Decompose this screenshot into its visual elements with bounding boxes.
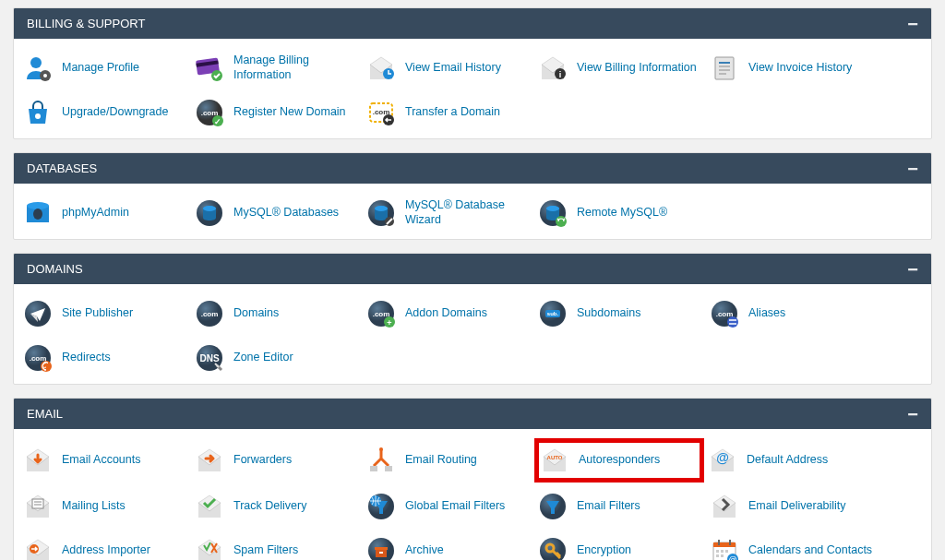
app-item-label: Email Deliverability <box>748 499 846 514</box>
svg-text:AUTO: AUTO <box>547 455 563 460</box>
app-item-label: Upgrade/Downgrade <box>62 105 168 120</box>
svg-text:@: @ <box>728 555 736 560</box>
app-item-label: Global Email Filters <box>405 499 505 514</box>
svg-point-84 <box>546 544 554 552</box>
app-item-label: Domains <box>233 306 279 321</box>
app-item-label: View Billing Information <box>577 61 697 76</box>
panel-header[interactable]: DOMAINS− <box>14 254 931 284</box>
svg-text:+: + <box>387 318 391 328</box>
app-item-label: Email Filters <box>577 499 640 514</box>
app-item-view-email-history[interactable]: View Email History <box>363 48 534 89</box>
app-item-label: Email Accounts <box>62 453 140 468</box>
panel-body: Email AccountsForwardersEmail RoutingAUT… <box>14 429 931 560</box>
collapse-icon[interactable]: − <box>907 264 918 275</box>
panel-header[interactable]: EMAIL− <box>14 399 931 429</box>
app-item-zone-editor[interactable]: DNSZone Editor <box>191 338 363 378</box>
app-item-label: Manage Profile <box>62 61 139 76</box>
app-item-label: Default Address <box>747 453 828 468</box>
email-clock-icon <box>366 54 396 83</box>
envelope-import-icon <box>23 536 53 560</box>
app-item-view-billing-information[interactable]: iView Billing Information <box>534 48 706 89</box>
bag-icon <box>23 98 53 127</box>
app-item-label: Track Delivery <box>233 499 306 514</box>
svg-text:✓: ✓ <box>214 117 221 126</box>
app-item-label: Encryption <box>577 543 631 558</box>
svg-text:.com: .com <box>201 310 219 318</box>
svg-text:@: @ <box>716 450 729 465</box>
app-item-label: Addon Domains <box>405 306 487 321</box>
app-item-email-routing[interactable]: Email Routing <box>363 438 534 483</box>
app-item-label: Redirects <box>62 351 111 365</box>
app-item-spam-filters[interactable]: Spam Filters <box>191 530 363 560</box>
db-flat-icon <box>23 198 53 228</box>
svg-point-0 <box>30 57 42 68</box>
db-remote-icon <box>538 198 568 228</box>
db-wizard-icon <box>366 198 396 228</box>
app-item-aliases[interactable]: .comAliases <box>706 293 878 334</box>
archive-sphere-icon <box>366 536 396 560</box>
app-item-redirects[interactable]: .comRedirects <box>19 338 191 378</box>
app-item-site-publisher[interactable]: Site Publisher <box>19 293 191 334</box>
app-item-calendars-and-contacts[interactable]: @Calendars and Contacts <box>706 530 878 560</box>
app-item-mysql-database-wizard[interactable]: MySQL® Database Wizard <box>363 193 534 233</box>
app-item-autoresponders[interactable]: AUTOAutoresponders <box>534 438 704 483</box>
app-item-track-delivery[interactable]: Track Delivery <box>191 486 363 527</box>
funnel-globe-icon <box>366 492 396 521</box>
app-item-forwarders[interactable]: Forwarders <box>191 438 363 483</box>
com-redirect-icon: .com <box>23 343 53 373</box>
app-item-view-invoice-history[interactable]: View Invoice History <box>706 48 878 89</box>
app-item-addon-domains[interactable]: .com+Addon Domains <box>363 293 534 334</box>
app-item-domains[interactable]: .comDomains <box>191 293 363 334</box>
app-item-mailing-lists[interactable]: Mailing Lists <box>19 486 191 527</box>
app-item-encryption[interactable]: Encryption <box>534 530 706 560</box>
panel-header[interactable]: DATABASES− <box>14 153 931 184</box>
app-item-subdomains[interactable]: sub.Subdomains <box>534 293 706 334</box>
svg-rect-11 <box>715 57 734 79</box>
panel-body: Manage ProfileManage Billing Information… <box>14 39 931 138</box>
svg-text:sub.: sub. <box>547 311 559 316</box>
app-item-label: Autoresponders <box>579 453 660 468</box>
app-item-label: Register New Domain <box>233 105 346 120</box>
app-item-upgrade-downgrade[interactable]: Upgrade/Downgrade <box>19 92 191 133</box>
app-item-phpmyadmin[interactable]: phpMyAdmin <box>19 193 191 233</box>
app-item-email-filters[interactable]: Email Filters <box>534 486 706 527</box>
app-item-mysql-databases[interactable]: MySQL® Databases <box>191 193 363 233</box>
svg-text:DNS: DNS <box>199 353 219 363</box>
routing-icon <box>366 446 396 475</box>
collapse-icon[interactable]: − <box>907 18 918 30</box>
key-sphere-icon <box>538 536 568 560</box>
collapse-icon[interactable]: − <box>907 409 918 420</box>
envelope-at-icon: @ <box>708 446 737 475</box>
app-item-label: MySQL® Database Wizard <box>405 198 531 227</box>
creditcard-icon <box>195 54 224 83</box>
svg-rect-91 <box>725 550 728 553</box>
app-item-register-new-domain[interactable]: .com✓Register New Domain <box>191 92 363 133</box>
app-item-label: Email Routing <box>405 453 477 468</box>
app-item-email-accounts[interactable]: Email Accounts <box>19 438 191 483</box>
com-badge-yellow-icon: .com <box>366 98 396 127</box>
svg-rect-61 <box>370 466 377 471</box>
app-item-manage-profile[interactable]: Manage Profile <box>19 48 191 89</box>
app-item-label: Mailing Lists <box>62 499 126 514</box>
db-sphere-icon <box>195 198 224 228</box>
app-item-default-address[interactable]: @Default Address <box>704 438 876 483</box>
app-item-manage-billing-information[interactable]: Manage Billing Information <box>191 48 363 89</box>
app-item-archive[interactable]: Archive <box>363 530 534 560</box>
app-item-label: Aliases <box>748 306 785 321</box>
sub-sphere-icon: sub. <box>538 299 568 328</box>
collapse-icon[interactable]: − <box>907 163 918 174</box>
app-item-email-deliverability[interactable]: Email Deliverability <box>706 486 878 527</box>
app-item-label: Site Publisher <box>62 306 133 321</box>
svg-rect-93 <box>721 554 724 557</box>
panel-header[interactable]: BILLING & SUPPORT− <box>14 8 931 39</box>
app-item-label: Transfer a Domain <box>405 105 500 120</box>
app-item-global-email-filters[interactable]: Global Email Filters <box>363 486 534 527</box>
panel-body: phpMyAdminMySQL® DatabasesMySQL® Databas… <box>14 184 931 239</box>
app-item-label: Zone Editor <box>233 351 293 365</box>
app-item-address-importer[interactable]: Address Importer <box>19 530 191 560</box>
app-item-transfer-a-domain[interactable]: .comTransfer a Domain <box>363 92 534 133</box>
svg-rect-80 <box>375 547 388 550</box>
svg-point-50 <box>727 316 738 328</box>
svg-point-16 <box>35 113 41 119</box>
app-item-remote-mysql-[interactable]: Remote MySQL® <box>534 193 706 233</box>
